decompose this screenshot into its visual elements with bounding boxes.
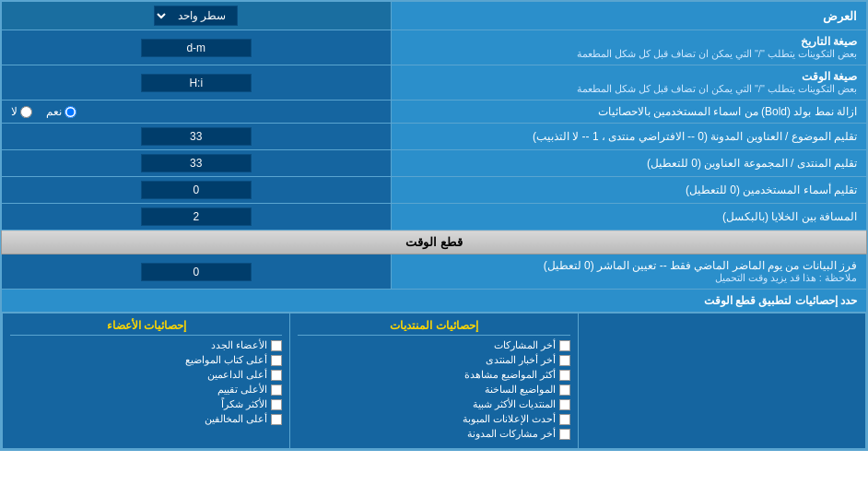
- time-format-value-cell: [2, 65, 392, 101]
- members-stat-2: أعلى كتاب المواضيع: [10, 354, 282, 366]
- members-stats-cell: إحصائيات الأعضاء الأعضاء الجدد أعلى كتاب…: [3, 314, 290, 449]
- filter-sublabel: ملاحظة : هذا قد يزيد وقت التحميل: [401, 272, 857, 284]
- posts-stat-6: أحدث الإعلانات المبوبة: [298, 413, 569, 425]
- bold-no-radio[interactable]: [20, 106, 32, 118]
- bold-label-cell: ازالة نمط بولد (Bold) من اسماء المستخدمي…: [391, 101, 866, 124]
- time-format-label-cell: صيغة الوقت بعض التكوينات يتطلب "/" التي …: [391, 65, 866, 101]
- cell-spacing-input[interactable]: [141, 207, 252, 226]
- checkbox-icon-3[interactable]: [559, 370, 570, 381]
- bold-yes-label[interactable]: نعم: [46, 105, 76, 118]
- checkbox-icon-m1[interactable]: [271, 340, 282, 351]
- posts-stat-3: أكثر المواضيع مشاهدة: [298, 369, 569, 381]
- posts-stat-4: المواضيع الساخنة: [298, 384, 569, 396]
- posts-stat-2: أخر أخبار المنتدى: [298, 354, 569, 366]
- stats-apply-label: حدد إحصائيات لتطبيق قطع الوقت: [2, 290, 867, 313]
- checkbox-icon-m3[interactable]: [271, 370, 282, 381]
- row-type-select[interactable]: سطر واحد: [154, 6, 238, 26]
- forum-trim-input[interactable]: [141, 154, 252, 172]
- members-stats-header: إحصائيات الأعضاء: [10, 319, 282, 336]
- members-stat-3: أعلى الداعمين: [10, 369, 282, 381]
- time-format-sublabel: بعض التكوينات يتطلب "/" التي يمكن ان تضا…: [401, 83, 857, 95]
- date-format-value-cell: [2, 30, 392, 65]
- checkbox-icon-6[interactable]: [559, 414, 570, 425]
- checkbox-icon-4[interactable]: [559, 385, 570, 396]
- date-format-input[interactable]: [141, 39, 252, 57]
- forum-trim-label: تقليم المنتدى / المجموعة العناوين (0 للت…: [647, 157, 857, 170]
- date-format-title: صيغة التاريخ: [401, 35, 857, 48]
- posts-stat-1: أخر المشاركات: [298, 339, 569, 351]
- usernames-trim-value-cell: [2, 177, 392, 204]
- bold-label: ازالة نمط بولد (Bold) من اسماء المستخدمي…: [598, 105, 857, 118]
- posts-stat-5: المنتديات الأكثر شبية: [298, 398, 569, 410]
- bold-yes-radio[interactable]: [65, 106, 76, 118]
- stats-apply-note-cell: [578, 314, 865, 449]
- cell-spacing-value-cell: [2, 204, 392, 231]
- forum-trim-label-cell: تقليم المنتدى / المجموعة العناوين (0 للت…: [391, 150, 866, 177]
- checkbox-icon-m5[interactable]: [271, 399, 282, 410]
- realtime-section-title: قطع الوقت: [2, 231, 867, 254]
- members-stat-6: أعلى المخالفين: [10, 413, 282, 425]
- display-section-title: العرض: [391, 2, 866, 30]
- forum-trim-value-cell: [2, 150, 392, 177]
- checkbox-icon-2[interactable]: [559, 355, 570, 366]
- subject-order-input[interactable]: [141, 127, 252, 146]
- checkbox-icon-7[interactable]: [559, 429, 570, 440]
- members-stat-4: الأعلى تقييم: [10, 384, 282, 396]
- cell-spacing-label-cell: المسافة بين الخلايا (بالبكسل): [391, 204, 866, 231]
- filter-value-input[interactable]: [141, 263, 252, 281]
- checkbox-icon-m2[interactable]: [271, 355, 282, 366]
- bold-no-label[interactable]: لا: [11, 105, 32, 118]
- posts-stats-cell: إحصائيات المنتديات أخر المشاركات أخر أخب…: [290, 314, 578, 449]
- checkbox-icon-m4[interactable]: [271, 385, 282, 396]
- time-format-input[interactable]: [141, 74, 252, 92]
- filter-value-cell: [2, 254, 392, 290]
- filter-label-cell: فرز البيانات من يوم الماضر الماضي فقط --…: [391, 254, 866, 290]
- bold-radio-cell: نعم لا: [2, 101, 392, 124]
- filter-label: فرز البيانات من يوم الماضر الماضي فقط --…: [401, 259, 857, 272]
- checkbox-icon-5[interactable]: [559, 399, 570, 410]
- time-format-title: صيغة الوقت: [401, 70, 857, 83]
- subject-order-value-cell: [2, 124, 392, 150]
- date-format-sublabel: بعض التكوينات يتطلب "/" التي يمكن ان تضا…: [401, 48, 857, 60]
- usernames-trim-input[interactable]: [141, 181, 252, 199]
- posts-stat-7: أخر مشاركات المدونة: [298, 428, 569, 440]
- posts-stats-header: إحصائيات المنتديات: [298, 319, 569, 336]
- usernames-trim-label: تقليم أسماء المستخدمين (0 للتعطيل): [686, 183, 857, 196]
- members-stat-1: الأعضاء الجدد: [10, 339, 282, 351]
- checkbox-icon-1[interactable]: [559, 340, 570, 351]
- row-type-cell: سطر واحد: [2, 2, 392, 30]
- subject-order-label-cell: تقليم الموضوع / العناوين المدونة (0 -- ا…: [391, 124, 866, 150]
- subject-order-label: تقليم الموضوع / العناوين المدونة (0 -- ا…: [533, 130, 857, 143]
- members-stat-5: الأكثر شكراً: [10, 398, 282, 410]
- date-format-label-cell: صيغة التاريخ بعض التكوينات يتطلب "/" الت…: [391, 30, 866, 65]
- cell-spacing-label: المسافة بين الخلايا (بالبكسل): [722, 210, 857, 223]
- usernames-trim-label-cell: تقليم أسماء المستخدمين (0 للتعطيل): [391, 177, 866, 204]
- checkbox-icon-m6[interactable]: [271, 414, 282, 425]
